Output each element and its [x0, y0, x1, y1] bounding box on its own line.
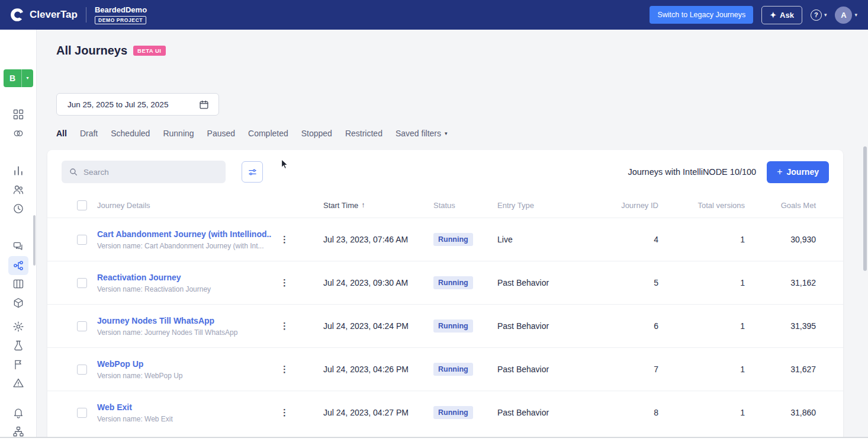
status-badge: Running: [433, 319, 473, 333]
bell-icon: [12, 407, 24, 418]
date-range-value: Jun 25, 2025 to Jul 25, 2025: [67, 100, 168, 109]
journey-link[interactable]: Reactivation Journey: [97, 273, 272, 282]
start-time: Jul 24, 2023, 04:24 PM: [323, 321, 433, 331]
sidebar-item-audience[interactable]: [8, 180, 28, 199]
filter-button[interactable]: [242, 161, 263, 183]
journey-version: Version name: WebPop Up: [97, 372, 272, 380]
start-time: Jul 24, 2023, 09:30 AM: [323, 278, 433, 287]
sidebar-item-segments[interactable]: [8, 124, 28, 143]
sidebar-item-experiments[interactable]: [8, 336, 28, 355]
users-icon: [12, 184, 24, 196]
divider: [86, 7, 86, 23]
tab-restricted[interactable]: Restricted: [345, 129, 382, 138]
sidebar-scrollbar[interactable]: [33, 215, 36, 266]
window-scrollbar[interactable]: [863, 146, 867, 271]
status-badge: Running: [433, 363, 473, 376]
saved-filters-label: Saved filters: [396, 129, 441, 138]
row-menu-button[interactable]: ⋮: [276, 319, 293, 332]
sidebar-item-campaigns[interactable]: [8, 237, 28, 256]
col-goals-met: Goals Met: [745, 201, 816, 210]
table-row: Cart Abandonment Journey (with Intellino…: [47, 218, 843, 261]
journey-id: 7: [599, 365, 658, 374]
project-selector[interactable]: BeardedDemo DEMO PROJECT: [95, 5, 147, 24]
clevertap-logo[interactable]: CleverTap: [9, 7, 78, 23]
journey-link[interactable]: Web Exit: [97, 402, 272, 412]
journey-version: Version name: Web Exit: [97, 415, 272, 423]
top-navbar: CleverTap BeardedDemo DEMO PROJECT Switc…: [0, 0, 868, 30]
tab-draft[interactable]: Draft: [80, 129, 98, 138]
sidebar: B ▾: [0, 30, 37, 441]
entry-type: Past Behavior: [497, 408, 599, 417]
project-name: BeardedDemo: [95, 5, 147, 14]
row-checkbox[interactable]: [77, 408, 87, 418]
add-journey-button[interactable]: + Journey: [767, 161, 829, 183]
date-range-picker[interactable]: Jun 25, 2025 to Jul 25, 2025: [56, 93, 219, 116]
total-versions: 1: [658, 365, 745, 374]
row-menu-button[interactable]: ⋮: [276, 276, 293, 289]
search-box[interactable]: [62, 161, 226, 183]
page-title: All Journeys: [56, 44, 127, 57]
app-window: CleverTap BeardedDemo DEMO PROJECT Switc…: [0, 0, 868, 441]
sidebar-item-journeys[interactable]: [8, 256, 28, 275]
workspace-selector[interactable]: B ▾: [4, 69, 33, 87]
journey-link[interactable]: Journey Nodes Till WhatsApp: [97, 316, 272, 325]
row-menu-button[interactable]: ⋮: [276, 363, 293, 375]
col-start-time[interactable]: Start Time ↑: [323, 201, 433, 210]
help-menu[interactable]: ? ▾: [811, 9, 827, 21]
row-checkbox[interactable]: [77, 235, 87, 245]
start-time: Jul 24, 2023, 04:27 PM: [323, 408, 433, 417]
sidebar-item-boards[interactable]: [8, 275, 28, 294]
sparkle-icon: ✦: [770, 11, 776, 20]
chevron-down-icon: ▾: [824, 12, 827, 18]
filter-sliders-icon: [247, 167, 258, 177]
total-versions: 1: [658, 408, 745, 417]
search-icon: [69, 167, 78, 177]
tab-paused[interactable]: Paused: [207, 129, 235, 138]
messages-icon: [12, 241, 24, 253]
switch-legacy-button[interactable]: Switch to Legacy Journeys: [650, 6, 753, 24]
help-icon: ?: [811, 9, 822, 21]
sidebar-item-reports[interactable]: [8, 355, 28, 374]
tab-running[interactable]: Running: [163, 129, 194, 138]
table-row: Reactivation Journey Version name: React…: [47, 261, 843, 304]
sidebar-item-activity[interactable]: [8, 199, 28, 218]
ask-button[interactable]: ✦ Ask: [761, 6, 802, 24]
row-menu-button[interactable]: ⋮: [276, 406, 293, 418]
sidebar-item-analytics[interactable]: [8, 161, 28, 180]
sidebar-item-dashboard[interactable]: [8, 105, 28, 124]
journey-link[interactable]: WebPop Up: [97, 359, 272, 369]
table-row: Journey Nodes Till WhatsApp Version name…: [47, 304, 843, 347]
col-journey-details: Journey Details: [97, 201, 276, 210]
sidebar-item-products[interactable]: [8, 293, 28, 312]
table-header: Journey Details Start Time ↑ Status Entr…: [47, 193, 843, 218]
search-input[interactable]: [83, 168, 218, 177]
flask-icon: [12, 340, 24, 351]
workspace-letter: B: [4, 69, 21, 87]
table-row: Web Exit Version name: Web Exit ⋮ Jul 24…: [47, 391, 843, 434]
saved-filters-dropdown[interactable]: Saved filters ▾: [396, 129, 448, 138]
row-checkbox[interactable]: [77, 365, 87, 375]
table-row: WebPop Up Version name: WebPop Up ⋮ Jul …: [47, 347, 843, 391]
journeys-card: Journeys with IntelliNODE 10/100 + Journ…: [47, 150, 843, 441]
col-entry-type: Entry Type: [497, 201, 599, 210]
status-badge: Running: [433, 276, 473, 289]
sidebar-item-notifications[interactable]: [8, 403, 28, 422]
tab-all[interactable]: All: [56, 129, 67, 138]
goals-met: 31,162: [745, 278, 816, 287]
entry-type: Past Behavior: [497, 321, 599, 331]
sort-asc-icon: ↑: [361, 201, 365, 209]
sidebar-item-alerts[interactable]: [8, 374, 28, 393]
col-total-versions: Total versions: [658, 201, 745, 210]
plus-icon: +: [777, 167, 782, 177]
header-checkbox[interactable]: [77, 200, 87, 210]
row-checkbox[interactable]: [77, 278, 87, 288]
bottom-strip: [0, 437, 868, 441]
tab-scheduled[interactable]: Scheduled: [111, 129, 150, 138]
tab-stopped[interactable]: Stopped: [301, 129, 332, 138]
tab-completed[interactable]: Completed: [248, 129, 288, 138]
row-checkbox[interactable]: [77, 321, 87, 331]
journey-link[interactable]: Cart Abandonment Journey (with Intellino…: [97, 229, 272, 239]
row-menu-button[interactable]: ⋮: [276, 233, 293, 245]
account-menu[interactable]: A ▾: [835, 7, 857, 24]
sidebar-item-settings[interactable]: [8, 317, 28, 336]
